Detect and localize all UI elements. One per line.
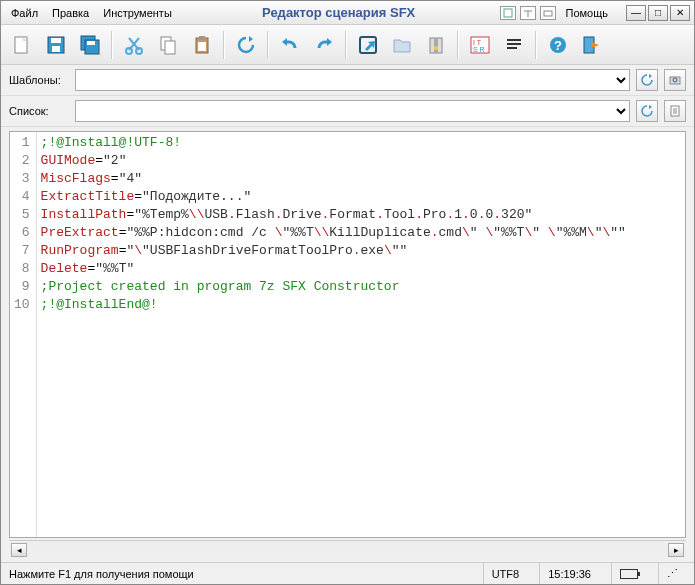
- cut-button[interactable]: [119, 30, 149, 60]
- redo-button[interactable]: [309, 30, 339, 60]
- code-area[interactable]: ;!@Install@!UTF-8!GUIMode="2"MiscFlags="…: [37, 132, 685, 537]
- svg-rect-5: [52, 46, 60, 52]
- templates-select[interactable]: [75, 69, 630, 91]
- save-button[interactable]: [41, 30, 71, 60]
- svg-rect-0: [504, 9, 512, 17]
- titlebar-icon-1[interactable]: [500, 6, 516, 20]
- list-edit-button[interactable]: [664, 100, 686, 122]
- menu-edit[interactable]: Правка: [46, 5, 95, 21]
- new-file-button[interactable]: [7, 30, 37, 60]
- svg-point-19: [434, 46, 438, 50]
- status-battery-icon: [611, 563, 646, 584]
- undo-button[interactable]: [275, 30, 305, 60]
- refresh-button[interactable]: [231, 30, 261, 60]
- toolbar: I TS R ?: [1, 25, 694, 65]
- export-button[interactable]: [353, 30, 383, 60]
- save-all-button[interactable]: [75, 30, 105, 60]
- horizontal-scrollbar[interactable]: ◂ ▸: [9, 540, 686, 558]
- list-select[interactable]: [75, 100, 630, 122]
- templates-label: Шаблоны:: [9, 74, 69, 86]
- itsr-button[interactable]: I TS R: [465, 30, 495, 60]
- list-row: Список:: [1, 96, 694, 127]
- scroll-right-button[interactable]: ▸: [668, 543, 684, 557]
- close-button[interactable]: ✕: [670, 5, 690, 21]
- line-gutter: 12345678910: [10, 132, 37, 537]
- list-label: Список:: [9, 105, 69, 117]
- folder-button[interactable]: [387, 30, 417, 60]
- statusbar: Нажмите F1 для получения помощи UTF8 15:…: [1, 562, 694, 584]
- maximize-button[interactable]: □: [648, 5, 668, 21]
- svg-rect-15: [198, 42, 206, 51]
- svg-text:S R: S R: [473, 46, 485, 53]
- archive-button[interactable]: [421, 30, 451, 60]
- svg-rect-18: [434, 38, 438, 53]
- status-resize-grip[interactable]: ⋰: [658, 563, 686, 584]
- svg-text:I T: I T: [473, 39, 482, 46]
- svg-rect-8: [87, 41, 95, 45]
- window-title: Редактор сценария SFX: [178, 5, 500, 20]
- templates-refresh-button[interactable]: [636, 69, 658, 91]
- help-button[interactable]: ?: [543, 30, 573, 60]
- list-refresh-button[interactable]: [636, 100, 658, 122]
- status-time: 15:19:36: [539, 563, 599, 584]
- editor: 12345678910 ;!@Install@!UTF-8!GUIMode="2…: [9, 131, 686, 538]
- menu-tools[interactable]: Инструменты: [97, 5, 178, 21]
- svg-rect-12: [165, 41, 175, 54]
- app-window: Файл Правка Инструменты Редактор сценари…: [0, 0, 695, 585]
- lines-button[interactable]: [499, 30, 529, 60]
- svg-rect-1: [544, 11, 552, 16]
- code-editor[interactable]: 12345678910 ;!@Install@!UTF-8!GUIMode="2…: [10, 132, 685, 537]
- templates-browse-button[interactable]: [664, 69, 686, 91]
- menu-file[interactable]: Файл: [5, 5, 44, 21]
- status-encoding: UTF8: [483, 563, 528, 584]
- svg-point-9: [126, 48, 132, 54]
- titlebar: Файл Правка Инструменты Редактор сценари…: [1, 1, 694, 25]
- paste-button[interactable]: [187, 30, 217, 60]
- minimize-button[interactable]: —: [626, 5, 646, 21]
- svg-point-10: [136, 48, 142, 54]
- status-hint: Нажмите F1 для получения помощи: [9, 568, 194, 580]
- scroll-left-button[interactable]: ◂: [11, 543, 27, 557]
- exit-button[interactable]: [577, 30, 607, 60]
- titlebar-icon-3[interactable]: [540, 6, 556, 20]
- menubar: Файл Правка Инструменты: [5, 5, 178, 21]
- svg-rect-14: [199, 36, 205, 40]
- titlebar-icon-2[interactable]: [520, 6, 536, 20]
- svg-text:?: ?: [554, 38, 562, 53]
- menu-help[interactable]: Помощь: [560, 5, 615, 21]
- copy-button[interactable]: [153, 30, 183, 60]
- svg-rect-4: [51, 38, 61, 43]
- templates-row: Шаблоны:: [1, 65, 694, 96]
